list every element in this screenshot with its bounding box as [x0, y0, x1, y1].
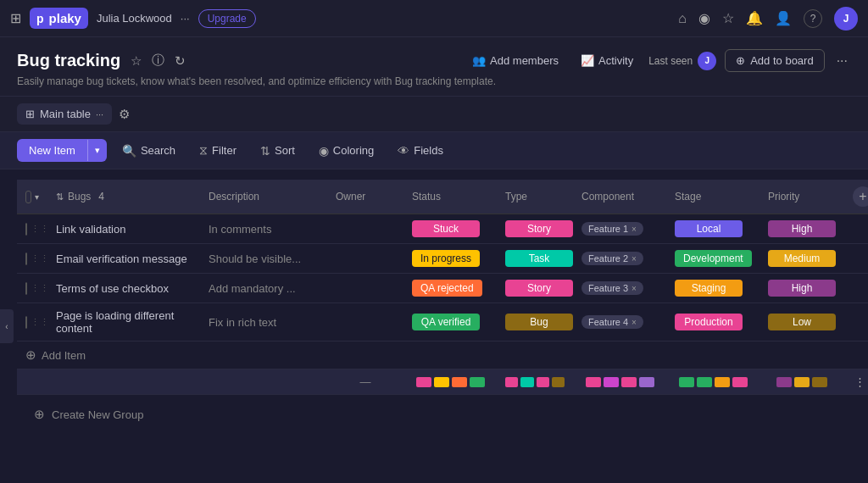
row-checkbox[interactable] [25, 223, 27, 236]
page-more-dots[interactable]: ··· [833, 50, 851, 72]
row-check-cell[interactable]: ⋮⋮ [17, 214, 47, 244]
table-dots-icon[interactable]: ··· [96, 109, 103, 119]
add-item-row[interactable]: ⊕ Add Item [17, 341, 868, 369]
row-type-cell[interactable]: Story [497, 274, 573, 303]
col-header-check[interactable]: ▾ [17, 180, 47, 214]
star-icon[interactable]: ☆ [722, 10, 734, 26]
row-stage-cell[interactable]: Production [666, 303, 760, 341]
question-icon[interactable]: ? [804, 9, 822, 28]
row-checkbox[interactable] [25, 253, 27, 265]
row-stage-cell[interactable]: Local [666, 214, 760, 244]
nav-more-dots[interactable]: ··· [181, 12, 190, 25]
add-item-button[interactable]: ⊕ Add Item [25, 347, 192, 363]
new-item-button[interactable]: New Item ▾ [17, 139, 107, 162]
refresh-icon[interactable]: ↻ [175, 53, 186, 69]
row-priority-cell[interactable]: High [760, 274, 844, 303]
row-description-cell[interactable]: In comments [200, 214, 327, 244]
sort-button[interactable]: ⇅ Sort [252, 140, 303, 162]
row-drag-handle[interactable]: ⋮⋮ [31, 283, 49, 294]
status-badge[interactable]: Stuck [412, 220, 480, 237]
bell-icon[interactable]: 🔔 [746, 10, 763, 26]
type-badge[interactable]: Task [505, 250, 573, 267]
user-avatar[interactable]: J [834, 7, 858, 31]
main-table-tab[interactable]: ⊞ Main table ··· [17, 103, 112, 125]
priority-badge[interactable]: Medium [768, 250, 836, 267]
type-badge[interactable]: Story [505, 280, 573, 297]
info-icon[interactable]: ⓘ [152, 53, 164, 69]
coloring-button[interactable]: ◉ Coloring [310, 140, 382, 162]
row-check-cell[interactable]: ⋮⋮ [17, 274, 47, 303]
row-owner-cell[interactable] [327, 303, 403, 341]
row-checkbox[interactable] [25, 282, 27, 295]
component-remove-icon[interactable]: × [632, 284, 637, 293]
row-description-cell[interactable]: Add mandatory ... [200, 274, 327, 303]
row-priority-cell[interactable]: Low [760, 303, 844, 341]
row-status-cell[interactable]: In progress [403, 244, 497, 274]
status-badge[interactable]: QA verified [412, 314, 480, 330]
star-icon[interactable]: ☆ [131, 53, 142, 69]
row-component-cell[interactable]: Feature 4 × [573, 303, 666, 341]
component-badge[interactable]: Feature 1 × [581, 222, 643, 236]
type-badge[interactable]: Bug [505, 314, 573, 330]
row-owner-cell[interactable] [327, 214, 403, 244]
filter-button[interactable]: ⧖ Filter [191, 139, 245, 162]
add-members-button[interactable]: 👥 Add members [465, 51, 565, 70]
new-item-arrow-icon[interactable]: ▾ [87, 140, 107, 161]
type-badge[interactable]: Story [505, 220, 573, 237]
row-component-cell[interactable]: Feature 2 × [573, 244, 666, 274]
stage-badge[interactable]: Local [675, 220, 743, 237]
row-component-cell[interactable]: Feature 1 × [573, 214, 666, 244]
row-name-cell[interactable]: Page is loading different content [47, 303, 200, 341]
row-description-cell[interactable]: Fix in rich text [200, 303, 327, 341]
row-stage-cell[interactable]: Staging [666, 274, 760, 303]
row-priority-cell[interactable]: Medium [760, 244, 844, 274]
row-check-cell[interactable]: ⋮⋮ [17, 244, 47, 274]
home-icon[interactable]: ⌂ [678, 11, 687, 26]
row-drag-handle[interactable]: ⋮⋮ [31, 224, 49, 235]
row-checkbox[interactable] [25, 316, 27, 329]
row-status-cell[interactable]: QA rejected [403, 274, 497, 303]
row-drag-handle[interactable]: ⋮⋮ [31, 253, 49, 264]
priority-badge[interactable]: High [768, 220, 836, 237]
upgrade-button[interactable]: Upgrade [198, 9, 256, 28]
row-name-cell[interactable]: Terms of use checkbox [47, 274, 200, 303]
summary-more-icon[interactable]: ⋮ [854, 375, 865, 388]
add-column-button[interactable]: + [853, 186, 868, 207]
component-badge[interactable]: Feature 3 × [581, 281, 643, 295]
row-owner-cell[interactable] [327, 274, 403, 303]
component-badge[interactable]: Feature 4 × [581, 315, 643, 329]
stage-badge[interactable]: Development [675, 250, 752, 267]
status-badge[interactable]: QA rejected [412, 280, 482, 297]
settings-icon[interactable]: ⚙ [119, 107, 130, 122]
row-check-cell[interactable]: ⋮⋮ [17, 303, 47, 341]
row-drag-handle[interactable]: ⋮⋮ [31, 317, 49, 328]
row-name-cell[interactable]: Email verification message [47, 244, 200, 274]
row-description-cell[interactable]: Should be visible... [200, 244, 327, 274]
row-type-cell[interactable]: Task [497, 244, 573, 274]
search-button[interactable]: 🔍 Search [114, 140, 184, 162]
people-icon[interactable]: 👤 [775, 10, 792, 26]
row-status-cell[interactable]: Stuck [403, 214, 497, 244]
row-type-cell[interactable]: Story [497, 214, 573, 244]
select-all-checkbox[interactable] [25, 191, 31, 203]
monday-icon[interactable]: ◉ [698, 10, 710, 26]
priority-badge[interactable]: High [768, 280, 836, 297]
stage-badge[interactable]: Production [675, 314, 743, 330]
row-priority-cell[interactable]: High [760, 214, 844, 244]
fields-button[interactable]: 👁 Fields [389, 140, 452, 162]
expand-icon[interactable]: ▾ [35, 192, 39, 202]
stage-badge[interactable]: Staging [675, 280, 743, 297]
activity-button[interactable]: 📈 Activity [574, 51, 640, 70]
left-arrow-tab[interactable]: ‹ [0, 309, 14, 343]
component-remove-icon[interactable]: × [632, 254, 637, 264]
status-badge[interactable]: In progress [412, 250, 480, 267]
app-logo[interactable]: p plaky [30, 8, 88, 29]
row-component-cell[interactable]: Feature 3 × [573, 274, 666, 303]
component-remove-icon[interactable]: × [632, 225, 637, 234]
col-header-add[interactable]: + [844, 180, 868, 214]
row-name-cell[interactable]: Link validation [47, 214, 200, 244]
add-to-board-button[interactable]: ⊕ Add to board [725, 49, 824, 72]
component-remove-icon[interactable]: × [632, 318, 637, 327]
component-badge[interactable]: Feature 2 × [581, 252, 643, 265]
create-group-button[interactable]: ⊕ Create New Group [17, 395, 851, 434]
